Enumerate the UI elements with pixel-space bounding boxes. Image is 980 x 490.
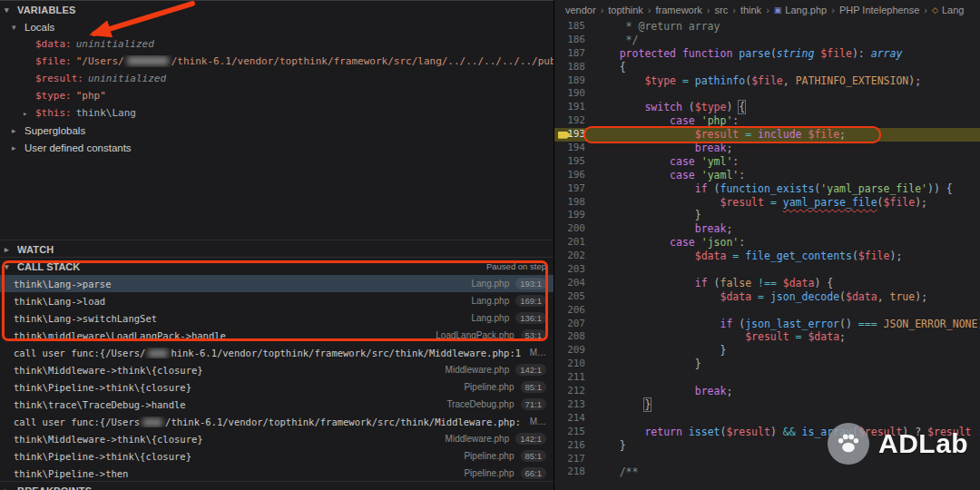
breadcrumb-item[interactable]: vendor — [565, 5, 596, 15]
line-number[interactable]: 194 — [554, 142, 594, 155]
variables-group-row[interactable]: ▸Superglobals — [0, 122, 554, 139]
code-line[interactable]: 209} — [554, 344, 980, 358]
code-line[interactable]: 212break; — [554, 385, 980, 398]
line-number[interactable]: 213 — [554, 398, 594, 412]
line-number[interactable]: 203 — [554, 263, 594, 277]
line-number[interactable]: 185 — [554, 20, 594, 34]
code-line[interactable]: 190 — [554, 87, 980, 101]
line-number[interactable]: 195 — [554, 155, 594, 169]
code-line[interactable]: 187protected function parse(string $file… — [554, 47, 980, 61]
call-stack-frame[interactable]: think\Middleware->think\{closure}Middlew… — [0, 361, 554, 378]
call-stack-frame[interactable]: think\Lang->switchLangSetLang.php136:1 — [0, 309, 554, 327]
watermark: ADLab — [828, 423, 968, 465]
call-stack-frame[interactable]: think\Pipeline->think\{closure}Pipeline.… — [0, 447, 554, 465]
call-stack-frame[interactable]: call_user_func:{/Users/think-6.1/vendor/… — [0, 413, 554, 430]
variable-row[interactable]: $data:uninitialized — [0, 35, 554, 53]
line-number[interactable]: 190 — [554, 87, 594, 101]
line-number[interactable]: 197 — [554, 182, 594, 196]
line-number[interactable]: 192 — [554, 114, 594, 128]
line-number[interactable]: 207 — [554, 318, 594, 331]
call-stack-frame[interactable]: think\Lang->loadLang.php169:1 — [0, 292, 554, 309]
code-line[interactable]: 189$type = pathinfo($file, PATHINFO_EXTE… — [554, 74, 980, 88]
code-line[interactable]: 208$result = $data; — [554, 330, 980, 344]
code-line[interactable]: 191switch ($type) { — [554, 101, 980, 114]
code-line[interactable]: 192case 'php': — [554, 114, 980, 128]
code-line[interactable]: 194break; — [554, 142, 980, 155]
code-line[interactable]: 185* @return array — [554, 20, 980, 34]
line-number[interactable]: 204 — [554, 277, 594, 290]
code-line[interactable]: 204if (false !== $data) { — [554, 277, 980, 290]
variable-row[interactable]: $result:uninitialized — [0, 70, 554, 87]
code-line[interactable]: 207if (json_last_error() === JSON_ERROR_… — [554, 318, 980, 331]
line-number[interactable]: 202 — [554, 250, 594, 263]
breadcrumb-item[interactable]: framework — [656, 5, 702, 15]
line-number[interactable]: 218 — [554, 466, 594, 479]
call-stack-frame[interactable]: think\Lang->parseLang.php193:1 — [0, 275, 554, 292]
code-line[interactable]: 203 — [554, 263, 980, 277]
breadcrumb-item[interactable]: think — [740, 5, 761, 15]
line-number[interactable]: 198 — [554, 196, 594, 210]
line-number[interactable]: 214 — [554, 412, 594, 426]
breadcrumb-item[interactable]: ◇Lang — [932, 5, 964, 15]
code-line[interactable]: 196case 'yaml': — [554, 169, 980, 182]
line-number[interactable]: 199 — [554, 209, 594, 222]
code-line[interactable]: 199} — [554, 209, 980, 222]
breadcrumb-item[interactable]: PHP Intelephense — [839, 5, 919, 15]
code-line[interactable]: 195case 'yml': — [554, 155, 980, 169]
code-line[interactable]: 197if (function_exists('yaml_parse_file'… — [554, 182, 980, 196]
variables-header[interactable]: ▾ VARIABLES — [0, 1, 554, 18]
line-number[interactable]: 200 — [554, 222, 594, 236]
watch-header[interactable]: ▸ WATCH — [0, 240, 554, 258]
line-number[interactable]: 215 — [554, 426, 594, 439]
line-number[interactable]: 208 — [554, 330, 594, 344]
line-number[interactable]: 196 — [554, 169, 594, 182]
line-number[interactable]: 206 — [554, 304, 594, 318]
line-number[interactable]: 210 — [554, 358, 594, 371]
code-line[interactable]: 205$data = json_decode($data, true); — [554, 290, 980, 304]
line-number[interactable]: 201 — [554, 236, 594, 250]
line-number[interactable]: 187 — [554, 47, 594, 61]
code-line[interactable]: 200break; — [554, 222, 980, 236]
line-number[interactable]: 211 — [554, 371, 594, 385]
call-stack-frame[interactable]: think\middleware\LoadLangPack->handleLoa… — [0, 327, 554, 344]
call-stack-frame[interactable]: call_user_func:{/Users/hink-6.1/vendor/t… — [0, 344, 554, 361]
call-stack-frame[interactable]: think\trace\TraceDebug->handleTraceDebug… — [0, 396, 554, 413]
variable-row[interactable]: $file:"/Users//think-6.1/vendor/topthink… — [0, 53, 554, 70]
call-stack-header[interactable]: ▾ CALL STACK Paused on step — [0, 258, 554, 275]
code-line[interactable]: 202$data = file_get_contents($file); — [554, 250, 980, 263]
line-number[interactable]: 191 — [554, 101, 594, 114]
code-text: { — [594, 61, 980, 74]
line-number[interactable]: 212 — [554, 385, 594, 398]
line-number[interactable]: 217 — [554, 453, 594, 466]
line-number[interactable]: 188 — [554, 61, 594, 74]
code-line[interactable]: 188{ — [554, 61, 980, 74]
variable-row[interactable]: $type:"php" — [0, 87, 554, 104]
code-line[interactable]: 211 — [554, 371, 980, 385]
variables-group-row[interactable]: ▸User defined constants — [0, 139, 554, 156]
code-line[interactable]: 206 — [554, 304, 980, 318]
breadcrumb-item[interactable]: ▣Lang.php — [774, 5, 827, 15]
variable-row[interactable]: ▸$this:think\Lang — [0, 104, 554, 122]
line-number[interactable]: 209 — [554, 344, 594, 358]
code-line[interactable]: 193$result = include $file; — [554, 128, 980, 142]
call-stack-frame[interactable]: think\Middleware->think\{closure}Middlew… — [0, 430, 554, 447]
line-number[interactable]: 193 — [554, 128, 594, 142]
locals-row[interactable]: ▾ Locals — [0, 18, 554, 35]
line-number[interactable]: 186 — [554, 34, 594, 47]
code-line[interactable]: 218/** — [554, 466, 980, 479]
code-line[interactable]: 210} — [554, 358, 980, 371]
line-number[interactable]: 216 — [554, 439, 594, 453]
breadcrumb-item[interactable]: src — [715, 5, 729, 15]
breadcrumb-item[interactable]: topthink — [608, 5, 643, 15]
line-number[interactable]: 189 — [554, 74, 594, 88]
line-number[interactable]: 205 — [554, 290, 594, 304]
code-line[interactable]: 186*/ — [554, 34, 980, 47]
code-line[interactable]: 198$result = yaml_parse_file($file); — [554, 196, 980, 210]
breakpoints-header[interactable]: ▸ BREAKPOINTS — [0, 482, 554, 490]
code-line[interactable]: 213} — [554, 398, 980, 412]
code-line[interactable]: 201case 'json': — [554, 236, 980, 250]
call-stack-frame[interactable]: think\Pipeline->thenPipeline.php66:1 — [0, 465, 554, 482]
call-stack-frame[interactable]: think\Pipeline->think\{closure}Pipeline.… — [0, 378, 554, 396]
chevron-right-icon[interactable]: ▸ — [23, 109, 35, 118]
variable-value: "php" — [76, 90, 106, 102]
